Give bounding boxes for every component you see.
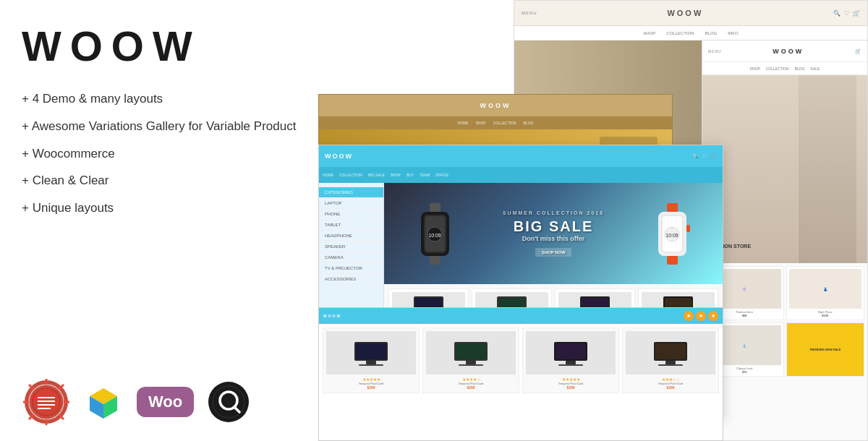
features-list: + 4 Demo & many layouts + Awesome Variat…: [22, 90, 297, 217]
woo-badge: Woo: [137, 387, 194, 417]
svg-rect-67: [665, 361, 676, 364]
badges-row: Woo: [22, 377, 250, 427]
front-header: WOOW 🔍 ♡ 🛒: [319, 145, 723, 167]
svg-rect-55: [366, 361, 376, 364]
furniture-header: WOOW: [319, 95, 672, 116]
svg-rect-62: [556, 343, 586, 359]
left-panel: WOOW + 4 Demo & many layouts + Awesome V…: [0, 0, 318, 441]
svg-text:10:09: 10:09: [428, 233, 441, 238]
watch-left: 10:09: [399, 190, 471, 277]
watch-right: 10:09: [636, 190, 708, 277]
svg-rect-58: [456, 343, 486, 359]
mockup-bottom: WOOW ★ ★ ★: [318, 307, 723, 441]
bottom-product-3: ★★★★★ Tempest Pixel Card $299: [522, 327, 619, 393]
svg-point-20: [208, 382, 249, 422]
feature-item-1: + 4 Demo & many layouts: [22, 90, 297, 108]
sidebar-categories: CATEGORIES: [319, 187, 383, 198]
feature-item-5: + Unique layouts: [22, 200, 297, 217]
jewelry-header: MENU WOOW 🔍 ♡ 🛒: [514, 1, 867, 26]
jewelry-brand: WOOW: [667, 9, 703, 17]
svg-rect-54: [356, 343, 386, 359]
mockup-fashion: MENU WOOW 🛒 SHOP COLLECTION BLOG SALE FA…: [702, 40, 868, 441]
bottom-products: ★★★★★ Tempest Pixel Card $299 ★★★★☆: [319, 324, 723, 397]
query-badge: [207, 380, 250, 424]
mockup-container: MENU WOOW 🔍 ♡ 🛒 SHOP COLLECTION BLOG INF…: [318, 0, 868, 441]
svg-rect-33: [667, 203, 678, 212]
svg-rect-60: [459, 364, 483, 366]
sale-title: SUMMER COLLECTION 2016 BIG SALE Don't mi…: [503, 210, 604, 257]
feature-item-2: + Awesome Variations Gallery for Variabl…: [22, 118, 297, 135]
svg-rect-27: [430, 256, 441, 265]
svg-rect-68: [658, 364, 683, 366]
bottom-product-1: ★★★★★ Tempest Pixel Card $299: [323, 327, 420, 393]
bottom-product-4: ★★★☆☆ Tempest Pixel Card $299: [622, 327, 719, 393]
feature-item-4: + Clean & Clear: [22, 172, 297, 189]
jewelry-nav: SHOP COLLECTION BLOG INFO: [514, 26, 867, 40]
svg-rect-34: [667, 256, 678, 265]
brand-title: WOOW: [22, 22, 297, 70]
svg-rect-56: [359, 364, 383, 366]
sale-banner: 10:09 SUMMER COLLECTION 2016 BIG SALE Do…: [384, 183, 723, 284]
svg-rect-40: [686, 225, 690, 232]
svg-rect-59: [466, 361, 476, 364]
fashion-brand: WOOW: [773, 48, 804, 55]
svg-rect-66: [655, 343, 686, 359]
bottom-product-2: ★★★★☆ Tempest Pixel Card $299: [422, 327, 519, 393]
award-badge: [22, 377, 71, 427]
furniture-brand: WOOW: [480, 102, 511, 109]
woo-label: Woo: [148, 393, 182, 411]
cube-badge: [84, 382, 124, 422]
svg-rect-26: [430, 203, 441, 212]
front-nav: HOME COLLECTION BIG SALE SHOP BUY TEAM O…: [319, 167, 723, 183]
bottom-header: WOOW ★ ★ ★: [319, 308, 723, 324]
svg-text:10:09: 10:09: [665, 233, 678, 238]
svg-rect-64: [558, 364, 583, 366]
feature-item-3: + Woocommerce: [22, 145, 297, 163]
svg-rect-63: [566, 361, 576, 364]
right-panel: MENU WOOW 🔍 ♡ 🛒 SHOP COLLECTION BLOG INF…: [318, 0, 868, 441]
front-brand: WOOW: [325, 153, 353, 160]
